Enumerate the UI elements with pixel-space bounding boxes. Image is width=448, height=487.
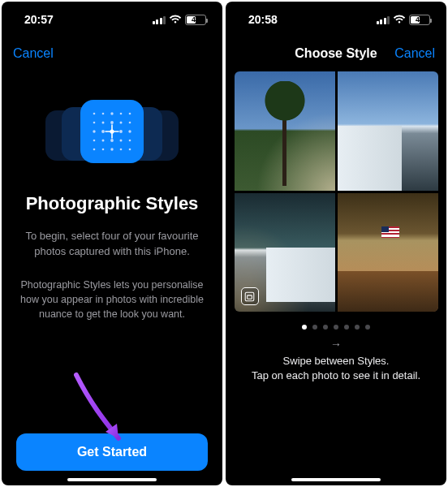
screen-choose-style: 20:58 45 Choose Style Cancel xyxy=(226,2,446,485)
cellular-signal-icon xyxy=(377,15,390,24)
nav-bar: Choose Style Cancel xyxy=(226,37,446,70)
status-time: 20:58 xyxy=(248,13,278,26)
nav-bar: Cancel xyxy=(2,37,222,70)
status-right: 45 xyxy=(153,15,207,25)
preview-photo-1[interactable] xyxy=(235,71,335,191)
hint-text: Swipe between Styles. Tap on each photo … xyxy=(234,354,438,383)
page-dot-5[interactable] xyxy=(344,325,349,330)
page-title: Photographic Styles xyxy=(26,193,199,214)
svg-rect-28 xyxy=(248,295,252,298)
hero-graphic xyxy=(16,75,208,188)
svg-point-19 xyxy=(93,149,96,151)
svg-point-11 xyxy=(101,130,105,133)
wifi-icon xyxy=(393,15,406,24)
svg-point-3 xyxy=(120,113,123,115)
intro-content: Photographic Styles To begin, select fou… xyxy=(2,70,222,485)
intro-subtitle: To begin, select four of your favourite … xyxy=(16,229,208,260)
svg-point-7 xyxy=(110,121,114,124)
cancel-button[interactable]: Cancel xyxy=(394,46,435,61)
style-variant-icon[interactable] xyxy=(241,287,259,305)
status-time: 20:57 xyxy=(24,13,54,26)
svg-point-2 xyxy=(110,112,113,114)
intro-description: Photographic Styles lets you personalise… xyxy=(16,278,208,321)
svg-point-0 xyxy=(93,113,96,115)
page-dot-1[interactable] xyxy=(302,325,307,330)
svg-point-5 xyxy=(93,122,96,124)
svg-point-10 xyxy=(93,130,95,132)
status-bar: 20:57 45 xyxy=(2,2,222,37)
svg-point-1 xyxy=(102,113,105,115)
home-indicator[interactable] xyxy=(291,478,381,481)
cellular-signal-icon xyxy=(153,15,166,24)
page-dot-3[interactable] xyxy=(323,325,328,330)
style-preview-grid[interactable] xyxy=(235,71,438,312)
svg-point-13 xyxy=(128,130,131,132)
battery-icon: 45 xyxy=(409,15,430,25)
svg-point-17 xyxy=(120,140,123,142)
page-dot-4[interactable] xyxy=(334,325,338,330)
home-indicator[interactable] xyxy=(67,478,157,481)
svg-point-18 xyxy=(129,140,131,142)
page-dot-6[interactable] xyxy=(355,325,360,330)
svg-point-15 xyxy=(102,140,105,142)
page-dot-2[interactable] xyxy=(312,325,317,330)
get-started-button[interactable]: Get Started xyxy=(16,433,208,471)
battery-icon: 45 xyxy=(185,15,206,25)
status-bar: 20:58 45 xyxy=(226,2,446,37)
svg-point-22 xyxy=(120,149,123,151)
page-indicator xyxy=(234,325,438,330)
screen-intro: 20:57 45 Cancel xyxy=(2,2,222,485)
svg-point-12 xyxy=(119,130,123,133)
preview-photo-2[interactable] xyxy=(338,71,438,191)
hint-line-1: Swipe between Styles. xyxy=(234,354,438,368)
wifi-icon xyxy=(169,15,182,24)
svg-point-23 xyxy=(129,149,131,151)
style-grid-icon xyxy=(80,100,144,163)
svg-point-6 xyxy=(102,122,105,124)
svg-point-20 xyxy=(102,149,105,151)
svg-point-21 xyxy=(110,148,113,150)
swipe-arrow-icon: → xyxy=(234,338,438,351)
page-dot-7[interactable] xyxy=(365,325,370,330)
status-right: 45 xyxy=(377,15,431,25)
svg-point-26 xyxy=(110,129,114,133)
cancel-button[interactable]: Cancel xyxy=(13,46,54,61)
choose-style-content: → Swipe between Styles. Tap on each phot… xyxy=(226,70,446,485)
svg-point-9 xyxy=(129,122,131,124)
svg-rect-27 xyxy=(245,292,254,301)
svg-point-4 xyxy=(129,113,131,115)
preview-photo-4[interactable] xyxy=(338,193,438,312)
svg-point-8 xyxy=(120,122,123,124)
svg-point-14 xyxy=(93,140,96,142)
svg-point-16 xyxy=(110,139,114,142)
hint-line-2: Tap on each photo to see it in detail. xyxy=(234,368,438,383)
